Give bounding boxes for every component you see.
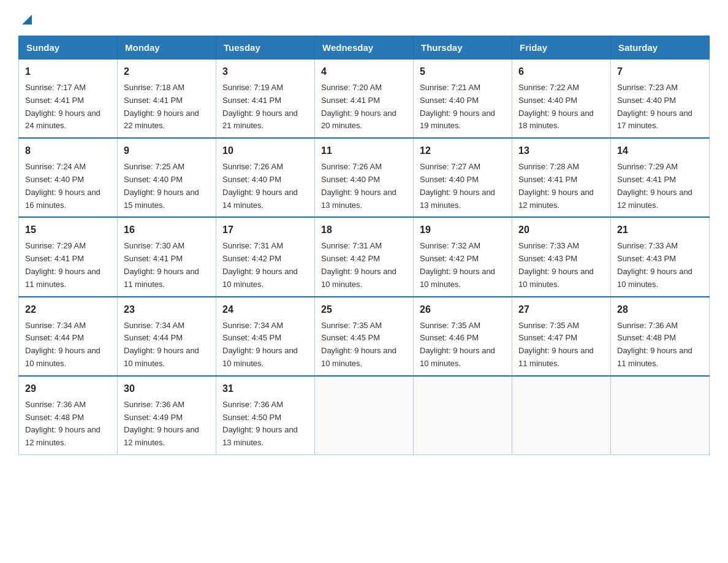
calendar-day-cell: 1Sunrise: 7:17 AMSunset: 4:41 PMDaylight…	[19, 59, 118, 139]
calendar-day-cell: 11Sunrise: 7:26 AMSunset: 4:40 PMDayligh…	[315, 138, 414, 217]
calendar-header-thursday: Thursday	[414, 36, 512, 59]
calendar-day-cell: 30Sunrise: 7:36 AMSunset: 4:49 PMDayligh…	[118, 376, 216, 455]
logo	[18, 12, 33, 23]
day-number: 11	[321, 144, 407, 158]
calendar-day-cell: 9Sunrise: 7:25 AMSunset: 4:40 PMDaylight…	[118, 138, 216, 217]
day-number: 16	[124, 223, 210, 237]
calendar-week-row: 8Sunrise: 7:24 AMSunset: 4:40 PMDaylight…	[19, 138, 710, 217]
calendar-day-cell: 2Sunrise: 7:18 AMSunset: 4:41 PMDaylight…	[118, 59, 216, 139]
calendar-day-cell: 31Sunrise: 7:36 AMSunset: 4:50 PMDayligh…	[216, 376, 315, 455]
calendar-header-wednesday: Wednesday	[315, 36, 414, 59]
day-number: 7	[617, 64, 703, 79]
calendar-day-cell: 29Sunrise: 7:36 AMSunset: 4:48 PMDayligh…	[19, 376, 118, 455]
calendar-day-cell: 15Sunrise: 7:29 AMSunset: 4:41 PMDayligh…	[19, 217, 118, 296]
day-info: Sunrise: 7:36 AMSunset: 4:48 PMDaylight:…	[617, 320, 703, 370]
calendar-header-monday: Monday	[118, 36, 216, 59]
calendar-day-cell: 14Sunrise: 7:29 AMSunset: 4:41 PMDayligh…	[611, 138, 710, 217]
day-info: Sunrise: 7:20 AMSunset: 4:41 PMDaylight:…	[321, 82, 407, 132]
calendar-day-cell: 24Sunrise: 7:34 AMSunset: 4:45 PMDayligh…	[216, 297, 315, 376]
day-number: 13	[518, 144, 604, 158]
calendar-day-cell: 7Sunrise: 7:23 AMSunset: 4:40 PMDaylight…	[611, 59, 710, 139]
day-number: 31	[222, 381, 308, 396]
calendar-day-cell: 4Sunrise: 7:20 AMSunset: 4:41 PMDaylight…	[315, 59, 414, 139]
day-info: Sunrise: 7:33 AMSunset: 4:43 PMDaylight:…	[617, 240, 703, 291]
day-info: Sunrise: 7:29 AMSunset: 4:41 PMDaylight:…	[25, 240, 111, 291]
calendar-week-row: 22Sunrise: 7:34 AMSunset: 4:44 PMDayligh…	[19, 297, 710, 376]
calendar-header-friday: Friday	[512, 36, 611, 59]
calendar-day-cell: 25Sunrise: 7:35 AMSunset: 4:45 PMDayligh…	[315, 297, 414, 376]
day-info: Sunrise: 7:19 AMSunset: 4:41 PMDaylight:…	[222, 82, 308, 132]
day-info: Sunrise: 7:33 AMSunset: 4:43 PMDaylight:…	[518, 240, 604, 291]
calendar-header-tuesday: Tuesday	[216, 36, 315, 59]
day-number: 2	[124, 64, 210, 79]
day-info: Sunrise: 7:36 AMSunset: 4:50 PMDaylight:…	[222, 399, 308, 450]
day-info: Sunrise: 7:26 AMSunset: 4:40 PMDaylight:…	[321, 161, 407, 212]
day-number: 10	[222, 144, 308, 158]
calendar-day-cell: 20Sunrise: 7:33 AMSunset: 4:43 PMDayligh…	[512, 217, 611, 296]
day-number: 12	[420, 144, 506, 158]
day-info: Sunrise: 7:26 AMSunset: 4:40 PMDaylight:…	[222, 161, 308, 212]
day-number: 29	[25, 381, 111, 396]
day-number: 4	[321, 64, 407, 79]
calendar-week-row: 1Sunrise: 7:17 AMSunset: 4:41 PMDaylight…	[19, 59, 710, 139]
day-info: Sunrise: 7:24 AMSunset: 4:40 PMDaylight:…	[25, 161, 111, 212]
calendar-day-cell	[611, 376, 710, 455]
calendar-day-cell: 28Sunrise: 7:36 AMSunset: 4:48 PMDayligh…	[611, 297, 710, 376]
calendar-day-cell: 10Sunrise: 7:26 AMSunset: 4:40 PMDayligh…	[216, 138, 315, 217]
day-number: 20	[518, 223, 604, 237]
calendar-header-saturday: Saturday	[611, 36, 710, 59]
day-info: Sunrise: 7:35 AMSunset: 4:46 PMDaylight:…	[420, 320, 506, 370]
day-info: Sunrise: 7:17 AMSunset: 4:41 PMDaylight:…	[25, 82, 111, 132]
day-number: 15	[25, 223, 111, 237]
calendar-day-cell: 18Sunrise: 7:31 AMSunset: 4:42 PMDayligh…	[315, 217, 414, 296]
svg-marker-0	[22, 15, 32, 25]
day-info: Sunrise: 7:36 AMSunset: 4:49 PMDaylight:…	[124, 399, 210, 450]
day-number: 28	[617, 302, 703, 317]
calendar-header-sunday: Sunday	[19, 36, 118, 59]
day-number: 24	[222, 302, 308, 317]
day-info: Sunrise: 7:27 AMSunset: 4:40 PMDaylight:…	[420, 161, 506, 212]
day-info: Sunrise: 7:23 AMSunset: 4:40 PMDaylight:…	[617, 82, 703, 132]
logo-triangle-icon	[20, 12, 33, 26]
day-number: 22	[25, 302, 111, 317]
calendar-day-cell: 21Sunrise: 7:33 AMSunset: 4:43 PMDayligh…	[611, 217, 710, 296]
day-info: Sunrise: 7:29 AMSunset: 4:41 PMDaylight:…	[617, 161, 703, 212]
day-info: Sunrise: 7:21 AMSunset: 4:40 PMDaylight:…	[420, 82, 506, 132]
calendar-day-cell: 5Sunrise: 7:21 AMSunset: 4:40 PMDaylight…	[414, 59, 512, 139]
day-number: 9	[124, 144, 210, 158]
calendar-day-cell: 27Sunrise: 7:35 AMSunset: 4:47 PMDayligh…	[512, 297, 611, 376]
day-number: 17	[222, 223, 308, 237]
day-info: Sunrise: 7:36 AMSunset: 4:48 PMDaylight:…	[25, 399, 111, 450]
calendar-day-cell: 12Sunrise: 7:27 AMSunset: 4:40 PMDayligh…	[414, 138, 512, 217]
day-info: Sunrise: 7:25 AMSunset: 4:40 PMDaylight:…	[124, 161, 210, 212]
calendar-day-cell: 8Sunrise: 7:24 AMSunset: 4:40 PMDaylight…	[19, 138, 118, 217]
calendar-day-cell: 17Sunrise: 7:31 AMSunset: 4:42 PMDayligh…	[216, 217, 315, 296]
day-info: Sunrise: 7:32 AMSunset: 4:42 PMDaylight:…	[420, 240, 506, 291]
day-number: 21	[617, 223, 703, 237]
day-info: Sunrise: 7:34 AMSunset: 4:45 PMDaylight:…	[222, 320, 308, 370]
day-number: 25	[321, 302, 407, 317]
day-number: 18	[321, 223, 407, 237]
day-number: 8	[25, 144, 111, 158]
day-info: Sunrise: 7:22 AMSunset: 4:40 PMDaylight:…	[518, 82, 604, 132]
day-number: 1	[25, 64, 111, 79]
day-number: 23	[124, 302, 210, 317]
calendar-day-cell	[512, 376, 611, 455]
calendar-day-cell: 3Sunrise: 7:19 AMSunset: 4:41 PMDaylight…	[216, 59, 315, 139]
day-number: 30	[124, 381, 210, 396]
calendar-day-cell: 23Sunrise: 7:34 AMSunset: 4:44 PMDayligh…	[118, 297, 216, 376]
day-number: 6	[518, 64, 604, 79]
day-number: 26	[420, 302, 506, 317]
calendar-week-row: 29Sunrise: 7:36 AMSunset: 4:48 PMDayligh…	[19, 376, 710, 455]
day-info: Sunrise: 7:34 AMSunset: 4:44 PMDaylight:…	[25, 320, 111, 370]
calendar-day-cell: 22Sunrise: 7:34 AMSunset: 4:44 PMDayligh…	[19, 297, 118, 376]
day-info: Sunrise: 7:35 AMSunset: 4:47 PMDaylight:…	[518, 320, 604, 370]
calendar-day-cell	[315, 376, 414, 455]
calendar-day-cell: 26Sunrise: 7:35 AMSunset: 4:46 PMDayligh…	[414, 297, 512, 376]
day-number: 19	[420, 223, 506, 237]
day-info: Sunrise: 7:34 AMSunset: 4:44 PMDaylight:…	[124, 320, 210, 370]
calendar-day-cell: 19Sunrise: 7:32 AMSunset: 4:42 PMDayligh…	[414, 217, 512, 296]
day-info: Sunrise: 7:31 AMSunset: 4:42 PMDaylight:…	[222, 240, 308, 291]
day-info: Sunrise: 7:18 AMSunset: 4:41 PMDaylight:…	[124, 82, 210, 132]
page-header	[18, 12, 710, 23]
